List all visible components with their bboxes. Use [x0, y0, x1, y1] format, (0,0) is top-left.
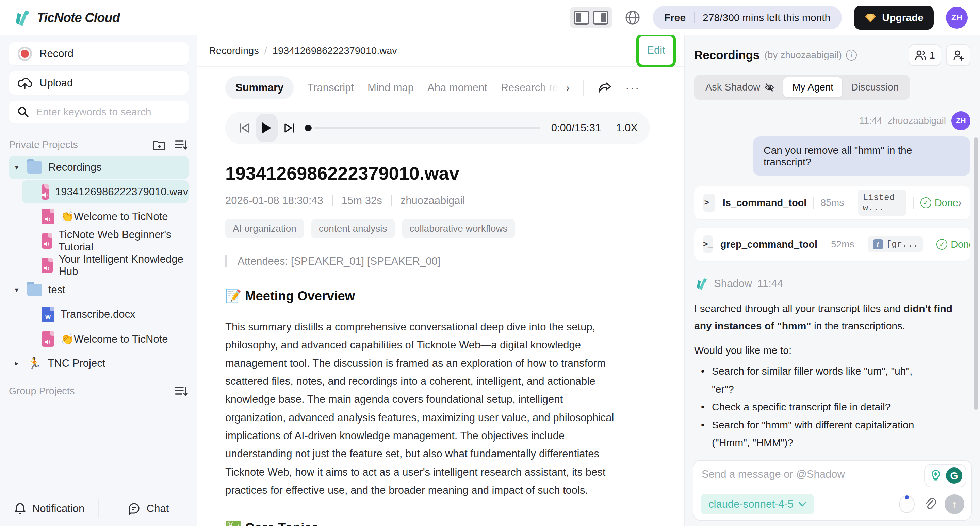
tab-mind-map[interactable]: Mind map	[368, 82, 414, 94]
tree-file-tutorial[interactable]: TicNote Web Beginner's Tutorial	[9, 229, 189, 253]
skip-forward-icon[interactable]	[282, 121, 296, 135]
notification-button[interactable]: Notification	[0, 502, 98, 515]
project-tree: ▾ Recordings 1934126986222379010.wav 👏We…	[9, 156, 189, 375]
upgrade-label: Upgrade	[882, 12, 924, 24]
core-topics-heading: 💹 Core Topics	[225, 520, 650, 526]
sidebar-footer: Notification Chat	[0, 491, 197, 526]
message-composer[interactable]: Send a message or @Shadow G claude-sonne…	[693, 460, 972, 521]
chevron-down-icon	[798, 502, 807, 507]
divider	[332, 195, 333, 206]
grammarly-icon[interactable]: G	[946, 467, 962, 484]
search-input[interactable]: Enter keywords to search	[9, 101, 189, 123]
tree-file-welcome[interactable]: 👏Welcome to TicNote	[9, 205, 189, 228]
tab-aha-moment[interactable]: Aha moment	[427, 82, 487, 94]
attachment-icon[interactable]	[924, 497, 936, 511]
tree-label: 1934126986222379010.wav	[55, 186, 188, 198]
chevron-right-icon[interactable]: ›	[958, 197, 962, 208]
info-icon[interactable]: i	[846, 50, 857, 60]
message-time: 11:44	[859, 115, 882, 126]
doc-owner: zhuozaabigail	[401, 195, 465, 207]
tree-file-wav[interactable]: 1934126986222379010.wav	[22, 180, 189, 203]
audio-file-icon	[41, 331, 54, 347]
message-author: zhuozaabigail	[888, 115, 946, 126]
brand[interactable]: TicNote Cloud	[12, 8, 120, 27]
tree-file-welcome-2[interactable]: 👏Welcome to TicNote	[9, 327, 189, 350]
sort-icon[interactable]	[174, 138, 189, 151]
sort-icon[interactable]	[174, 385, 189, 397]
share-icon[interactable]	[598, 81, 612, 95]
toggle-right-panel-icon[interactable]	[593, 11, 608, 25]
caret-right-icon[interactable]: ▸	[12, 359, 21, 368]
add-person-icon	[953, 50, 964, 60]
terminal-icon: >_	[703, 235, 713, 253]
tree-folder-test[interactable]: ▾ test	[9, 278, 189, 302]
upload-cloud-icon	[18, 76, 32, 89]
playback-speed[interactable]: 1.0X	[616, 122, 638, 134]
tab-research-report[interactable]: Research repo	[501, 82, 559, 94]
new-folder-icon[interactable]	[153, 138, 166, 151]
brand-name: TicNote Cloud	[37, 11, 120, 25]
play-button[interactable]	[256, 114, 278, 142]
chat-button[interactable]: Chat	[99, 502, 197, 515]
tabs-overflow-chevron-icon[interactable]: ›	[566, 82, 570, 94]
meeting-overview-heading: 📝 Meeting Overview	[225, 289, 650, 304]
page-title: 1934126986222379010.wav	[225, 163, 650, 184]
breadcrumb-root[interactable]: Recordings	[209, 45, 259, 56]
skip-back-icon[interactable]	[237, 121, 251, 135]
tool-call-ls[interactable]: >_ ls_command_tool 85ms Listed w... ✓ Do…	[694, 186, 970, 219]
tab-ask-shadow[interactable]: Ask Shadow	[697, 77, 783, 97]
doc-duration: 15m 32s	[342, 195, 382, 207]
tree-file-transcribe[interactable]: w Transcribe.docx	[9, 303, 189, 326]
scrollbar-thumb[interactable]	[974, 137, 978, 410]
tool-status: ✓ Done	[920, 197, 958, 208]
tab-discussion[interactable]: Discussion	[842, 77, 907, 97]
record-icon	[18, 47, 32, 61]
send-button[interactable]: ↑	[945, 494, 964, 514]
tree-file-knowledge-hub[interactable]: Your Intelligent Knowledge Hub	[9, 254, 189, 277]
folder-icon	[27, 161, 42, 173]
attendees-quote: Attendees: [SPEAKER_01] [SPEAKER_00]	[225, 255, 650, 267]
globe-icon[interactable]	[625, 10, 640, 25]
document-meta: 2026-01-08 18:30:43 15m 32s zhuozaabigai…	[225, 195, 650, 207]
private-projects-label: Private Projects	[9, 139, 78, 150]
suggestion-bulb-icon[interactable]	[928, 468, 943, 483]
progress-track[interactable]	[314, 127, 540, 129]
tool-call-grep[interactable]: >_ grep_command_tool 52ms i [gr... ✓ Don…	[694, 227, 970, 261]
grammar-assistant-widget[interactable]: G	[924, 464, 966, 487]
divider	[813, 197, 814, 208]
shadow-message-text: I searched through all your transcript f…	[694, 300, 970, 334]
progress-handle[interactable]	[305, 124, 312, 131]
tree-folder-recordings[interactable]: ▾ Recordings	[9, 156, 189, 179]
edit-button[interactable]: Edit	[647, 44, 665, 56]
usage-label: 278/300 mins left this month	[703, 12, 830, 24]
members-button[interactable]: 1	[908, 44, 941, 66]
breadcrumb-separator: /	[264, 45, 267, 56]
invite-button[interactable]	[946, 44, 970, 66]
doc-date: 2026-01-08 18:30:43	[225, 195, 323, 207]
plan-usage-badge[interactable]: Free 278/300 mins left this month	[653, 6, 842, 29]
word-file-icon: w	[41, 307, 54, 322]
tag[interactable]: collaborative workflows	[402, 219, 515, 238]
record-button[interactable]: Record	[9, 42, 189, 65]
tag[interactable]: content analysis	[311, 219, 395, 238]
tab-my-agent[interactable]: My Agent	[783, 77, 842, 97]
upgrade-button[interactable]: Upgrade	[854, 6, 934, 30]
progress-bar[interactable]	[305, 124, 540, 131]
toggle-left-panel-icon[interactable]	[574, 11, 589, 25]
tree-label: Recordings	[48, 161, 102, 173]
caret-down-icon[interactable]: ▾	[12, 163, 21, 172]
divider	[851, 197, 851, 208]
tag[interactable]: AI organization	[225, 219, 304, 238]
tool-status: ✓ Done	[937, 239, 970, 250]
audio-file-icon	[41, 208, 54, 224]
upload-button[interactable]: Upload	[9, 72, 189, 95]
tree-label: test	[48, 284, 65, 296]
tab-summary[interactable]: Summary	[225, 76, 294, 99]
tab-transcript[interactable]: Transcript	[307, 82, 354, 94]
caret-down-icon[interactable]: ▾	[12, 286, 21, 294]
model-selector[interactable]: claude-sonnet-4-5	[701, 494, 814, 515]
user-avatar[interactable]: ZH	[946, 7, 968, 29]
more-options-icon[interactable]: ···	[625, 81, 640, 95]
tree-project-tnc[interactable]: ▸ 🏃 TNC Project	[9, 352, 189, 375]
status-dot-icon[interactable]	[899, 495, 915, 513]
